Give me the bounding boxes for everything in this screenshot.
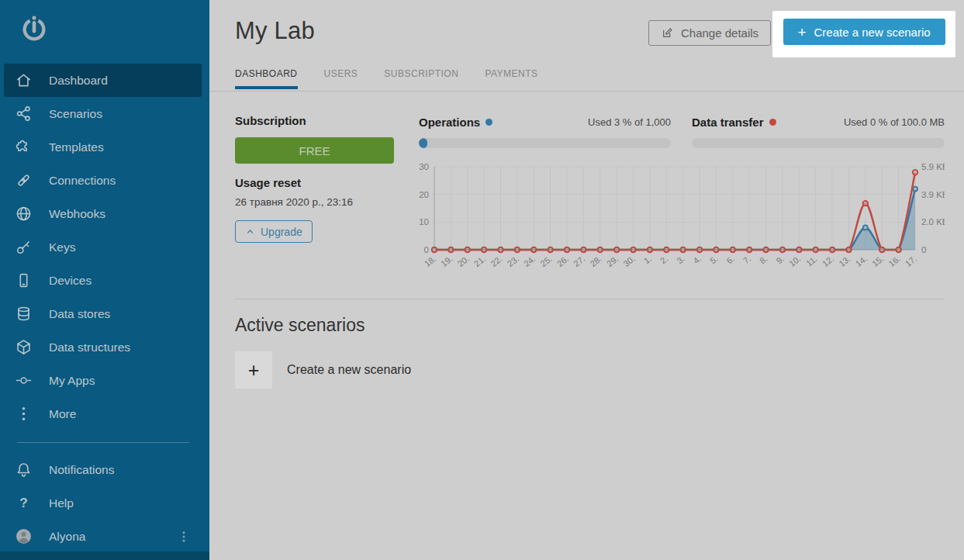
svg-text:22.: 22. [489, 254, 503, 268]
svg-text:1.: 1. [642, 254, 654, 265]
my-apps-icon [15, 372, 33, 389]
sidebar-item-label: Keys [49, 240, 75, 254]
svg-text:8.: 8. [758, 254, 769, 265]
usage-reset-title: Usage reset [235, 176, 394, 189]
svg-text:4.: 4. [692, 254, 703, 265]
main-area: My Lab Change details + Create a new sce… [209, 0, 964, 560]
svg-text:13.: 13. [837, 254, 852, 268]
svg-text:3.9 KB: 3.9 KB [921, 190, 945, 199]
upgrade-button[interactable]: Upgrade [235, 220, 313, 243]
sidebar-item-webhooks[interactable]: Webhooks [4, 197, 202, 230]
plus-icon: + [797, 25, 806, 40]
sidebar-footer-nav: Notifications?HelpAlyona [4, 453, 202, 553]
svg-text:7.: 7. [741, 254, 753, 265]
operations-dot-icon [485, 119, 492, 126]
sidebar-item-data-structures[interactable]: Data structures [4, 330, 202, 364]
svg-text:27.: 27. [572, 254, 586, 268]
data-transfer-label: Data transfer [692, 116, 764, 129]
sidebar-item-help[interactable]: ?Help [4, 486, 202, 520]
sidebar-item-my-apps[interactable]: My Apps [4, 364, 202, 397]
tab-payments[interactable]: PAYMENTS [485, 68, 537, 89]
sidebar-item-label: Help [49, 496, 74, 510]
operations-progressbar [419, 138, 671, 148]
devices-icon [15, 271, 33, 289]
data-transfer-dot-icon [769, 119, 776, 126]
app-window: DashboardScenariosTemplatesConnectionsWe… [0, 0, 964, 560]
svg-text:0: 0 [424, 245, 429, 254]
svg-text:2.: 2. [658, 254, 670, 265]
svg-text:5.: 5. [708, 254, 720, 265]
svg-text:10: 10 [419, 217, 429, 226]
svg-text:17.: 17. [904, 254, 918, 268]
sidebar-item-scenarios[interactable]: Scenarios [4, 97, 202, 130]
svg-text:9.: 9. [775, 254, 786, 265]
scenarios-icon [15, 105, 33, 123]
user-menu[interactable]: Alyona [4, 520, 202, 553]
svg-text:30: 30 [419, 162, 429, 171]
create-scenario-label: Create a new scenario [814, 26, 931, 39]
change-details-label: Change details [681, 26, 758, 40]
svg-text:14.: 14. [854, 254, 869, 268]
svg-text:29.: 29. [605, 254, 620, 268]
sidebar-item-label: Dashboard [49, 74, 108, 88]
sidebar-item-dashboard[interactable]: Dashboard [4, 64, 202, 97]
operations-meter: Operations Used 3 % of 1,000 [419, 116, 671, 148]
sidebar-item-label: Notifications [49, 463, 114, 477]
svg-text:11.: 11. [804, 254, 819, 268]
kebab-icon [177, 530, 191, 544]
home-icon [15, 71, 33, 89]
page-title: My Lab [235, 17, 315, 45]
data-stores-icon [15, 305, 33, 323]
sidebar-item-label: Webhooks [49, 207, 105, 221]
more-icon [15, 405, 33, 423]
sidebar-item-connections[interactable]: Connections [4, 164, 202, 197]
sidebar-item-label: My Apps [49, 374, 95, 388]
highlight-box: + Create a new scenario [772, 11, 955, 57]
subscription-panel: Subscription FREE Usage reset 26 травня … [235, 114, 394, 243]
webhooks-icon [15, 205, 33, 223]
app-logo-icon[interactable] [19, 12, 49, 44]
sidebar-item-label: Connections [49, 174, 116, 188]
svg-text:0: 0 [921, 245, 926, 254]
templates-icon [15, 138, 33, 156]
svg-text:20: 20 [419, 190, 429, 199]
avatar-icon [15, 527, 33, 545]
subscription-title: Subscription [235, 114, 394, 127]
sidebar-item-more[interactable]: More [4, 397, 202, 430]
svg-text:25.: 25. [538, 254, 553, 268]
sidebar-item-devices[interactable]: Devices [4, 264, 202, 297]
data-structures-icon [15, 338, 33, 356]
change-details-button[interactable]: Change details [648, 20, 771, 46]
sidebar-nav: DashboardScenariosTemplatesConnectionsWe… [4, 64, 202, 430]
sidebar-item-templates[interactable]: Templates [4, 130, 202, 164]
svg-text:20.: 20. [456, 254, 471, 268]
create-scenario-button[interactable]: + Create a new scenario [783, 19, 945, 45]
plan-badge[interactable]: FREE [235, 137, 394, 164]
sidebar-item-data-stores[interactable]: Data stores [4, 297, 202, 330]
tabs-divider [209, 91, 964, 92]
svg-text:12.: 12. [821, 254, 835, 268]
plus-square-icon[interactable]: + [235, 351, 272, 389]
sidebar: DashboardScenariosTemplatesConnectionsWe… [0, 0, 209, 560]
user-name: Alyona [49, 530, 85, 544]
create-scenario-row[interactable]: + Create a new scenario [235, 351, 411, 389]
svg-text:23.: 23. [506, 254, 520, 268]
connections-icon [15, 171, 33, 189]
sidebar-item-notifications[interactable]: Notifications [4, 453, 202, 486]
usage-chart: 010203002.0 KB3.9 KB5.9 KB18.19.20.21.22… [409, 161, 945, 268]
sidebar-divider [17, 442, 189, 443]
svg-text:18.: 18. [423, 254, 437, 268]
tab-users[interactable]: USERS [324, 68, 358, 89]
svg-text:5.9 KB: 5.9 KB [921, 162, 945, 171]
tab-subscription[interactable]: SUBSCRIPTION [384, 68, 458, 89]
svg-text:19.: 19. [439, 254, 454, 268]
sidebar-item-label: More [49, 407, 76, 421]
svg-text:6.: 6. [724, 254, 736, 265]
svg-text:24.: 24. [522, 254, 537, 268]
bell-icon [15, 461, 33, 479]
svg-text:28.: 28. [589, 254, 603, 268]
usage-reset-date: 26 травня 2020 р., 23:16 [235, 196, 394, 208]
sidebar-item-keys[interactable]: Keys [4, 230, 202, 264]
tab-dashboard[interactable]: DASHBOARD [235, 68, 298, 89]
upgrade-label: Upgrade [261, 226, 302, 238]
